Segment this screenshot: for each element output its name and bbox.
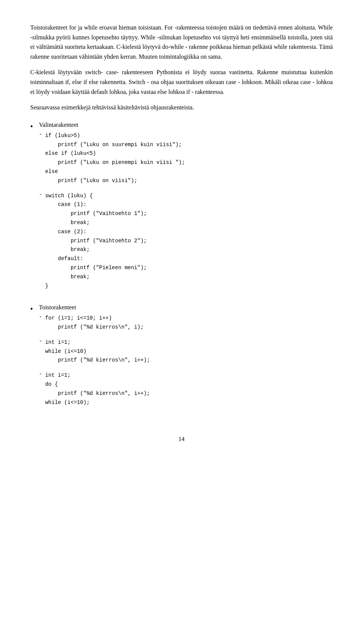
for-code: for (i=1; i<=10; i++) printf ("%d kierro… — [45, 314, 143, 332]
do-while-code-item: - int i=1; do { printf ("%d kierros\n", … — [39, 371, 150, 407]
bullet-icon-2: • — [30, 305, 33, 313]
toistorakenteet-label: Toistorakenteet — [39, 304, 150, 311]
while-code-item: - int i=1; while (i<=10) printf ("%d kie… — [39, 338, 150, 365]
valintarakenteet-section: Valintarakenteet - if (luku>5) printf ("… — [39, 122, 185, 297]
bullet-section: • Valintarakenteet - if (luku>5) printf … — [30, 122, 333, 413]
for-code-item: - for (i=1; i<=10; i++) printf ("%d kier… — [39, 314, 150, 332]
valintarakenteet-label: Valintarakenteet — [39, 122, 185, 128]
page-content: Toistorakenteet for ja while eroavat hie… — [30, 23, 333, 443]
dash-icon-3: - — [39, 314, 42, 332]
page-number: 14 — [30, 436, 333, 443]
do-while-code: int i=1; do { printf ("%d kierros\n", i+… — [45, 371, 150, 407]
examples-intro: Seuraavassa esimerkkejä tehtävissä käsit… — [30, 103, 333, 112]
dash-icon-5: - — [39, 371, 42, 407]
switch-code-item: - switch (luku) { case (1): printf ("Vai… — [39, 192, 185, 291]
switch-paragraph: C-kielestä löytyvään switch- case- raken… — [30, 67, 333, 97]
if-else-code: if (luku>5) printf ("Luku on suurempi ku… — [45, 131, 185, 186]
toistorakenteet-section: Toistorakenteet - for (i=1; i<=10; i++) … — [39, 304, 150, 413]
dash-icon-2: - — [39, 192, 42, 291]
dash-icon: - — [39, 131, 42, 186]
switch-code: switch (luku) { case (1): printf ("Vaiht… — [45, 192, 147, 291]
while-code: int i=1; while (i<=10) printf ("%d kierr… — [45, 338, 150, 365]
dash-icon-4: - — [39, 338, 42, 365]
list-item: • Toistorakenteet - for (i=1; i<=10; i++… — [30, 304, 333, 413]
intro-paragraph: Toistorakenteet for ja while eroavat hie… — [30, 23, 333, 61]
bullet-icon: • — [30, 122, 33, 131]
list-item: • Valintarakenteet - if (luku>5) printf … — [30, 122, 333, 297]
if-else-code-item: - if (luku>5) printf ("Luku on suurempi … — [39, 131, 185, 186]
